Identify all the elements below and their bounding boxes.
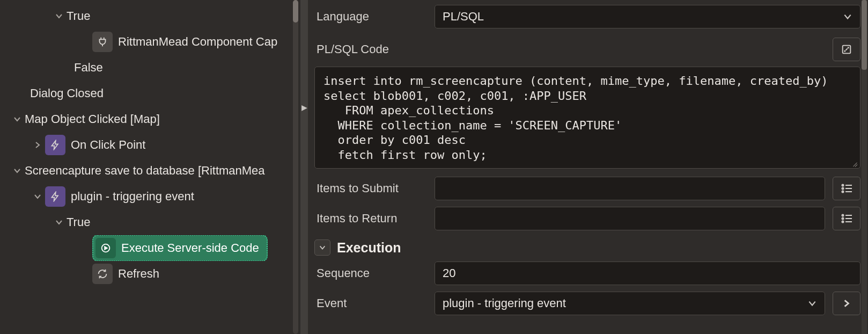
svg-point-10: [842, 218, 844, 220]
tree-node-true-2[interactable]: True: [0, 209, 300, 235]
chevron-down-icon: [843, 12, 852, 21]
code-text: insert into rm_screencapture (content, m…: [323, 74, 828, 162]
chevron-down-icon: [10, 115, 25, 124]
refresh-icon: [92, 264, 113, 284]
resize-handle-icon[interactable]: [851, 159, 859, 167]
items-return-picker-button[interactable]: [833, 207, 860, 230]
tree-node-dialog-closed[interactable]: Dialog Closed: [0, 81, 300, 106]
sequence-input[interactable]: 20: [435, 262, 860, 285]
tree-node-map-clicked[interactable]: Map Object Clicked [Map]: [0, 106, 300, 132]
tree-label: On Click Point: [71, 138, 145, 152]
tree-label: Screencapture save to database [RittmanM…: [25, 164, 265, 178]
tree-node-component[interactable]: RittmanMead Component Cap: [0, 29, 300, 55]
gear-play-icon: [95, 238, 116, 258]
execution-section-header[interactable]: Execution: [314, 239, 860, 256]
svg-point-6: [842, 191, 844, 193]
svg-point-4: [842, 188, 844, 190]
plsql-code-editor[interactable]: insert into rm_screencapture (content, m…: [314, 67, 860, 169]
chevron-down-icon: [807, 299, 817, 308]
chevron-down-icon: [10, 166, 25, 175]
tree-label: True: [67, 215, 90, 229]
chevron-down-icon: [52, 218, 67, 227]
splitter[interactable]: ▶: [300, 0, 308, 334]
tree-panel: True RittmanMead Component Cap False Dia…: [0, 0, 300, 334]
tree-label: RittmanMead Component Cap: [118, 35, 277, 49]
lightning-icon: [45, 186, 65, 207]
items-submit-label: Items to Submit: [314, 181, 427, 195]
chevron-down-icon: [314, 239, 330, 256]
properties-panel: Language PL/SQL PL/SQL Code insert into …: [308, 0, 868, 334]
chevron-right-icon: [30, 141, 45, 149]
event-label: Event: [314, 296, 427, 310]
tree-label: Execute Server-side Code: [121, 241, 259, 255]
tree-node-plugin-trigger[interactable]: plugin - triggering event: [0, 184, 300, 209]
tree-label: plugin - triggering event: [71, 190, 194, 204]
event-goto-button[interactable]: [833, 292, 860, 315]
items-submit-picker-button[interactable]: [833, 177, 860, 200]
items-submit-input[interactable]: [435, 177, 825, 200]
items-return-input[interactable]: [435, 207, 825, 230]
svg-point-12: [842, 221, 844, 223]
items-return-label: Items to Return: [314, 212, 427, 226]
svg-point-2: [842, 185, 844, 186]
tree-label: Dialog Closed: [30, 86, 104, 100]
tree-node-false[interactable]: False: [0, 55, 300, 81]
sequence-value: 20: [443, 266, 455, 280]
tree-label: Map Object Clicked [Map]: [25, 112, 160, 126]
event-select[interactable]: plugin - triggering event: [435, 292, 825, 315]
plug-icon: [92, 32, 113, 52]
language-value: PL/SQL: [443, 10, 484, 24]
scrollbar-thumb[interactable]: [862, 0, 867, 70]
tree-label: Refresh: [118, 267, 159, 281]
tree-label: False: [74, 61, 103, 75]
expand-code-button[interactable]: [833, 38, 860, 61]
svg-point-8: [842, 215, 844, 216]
tree-node-true[interactable]: True: [0, 3, 300, 29]
language-select[interactable]: PL/SQL: [435, 5, 860, 28]
lightning-icon: [45, 135, 65, 155]
scrollbar[interactable]: [293, 0, 298, 334]
scrollbar[interactable]: [862, 0, 867, 334]
event-value: plugin - triggering event: [443, 296, 566, 310]
chevron-down-icon: [52, 12, 67, 20]
language-label: Language: [314, 10, 427, 24]
tree-node-screencapture[interactable]: Screencapture save to database [RittmanM…: [0, 158, 300, 184]
tree-label: True: [67, 9, 90, 23]
tree-node-on-click-point[interactable]: On Click Point: [0, 132, 300, 158]
chevron-down-icon: [30, 192, 45, 201]
scrollbar-thumb[interactable]: [293, 0, 298, 23]
tree-node-refresh[interactable]: Refresh: [0, 261, 300, 287]
execution-section-title: Execution: [337, 240, 401, 256]
sequence-label: Sequence: [314, 266, 427, 280]
code-label: PL/SQL Code: [314, 42, 825, 56]
tree-node-execute-server[interactable]: Execute Server-side Code: [0, 235, 300, 261]
splitter-handle-icon: ▶: [301, 103, 307, 112]
